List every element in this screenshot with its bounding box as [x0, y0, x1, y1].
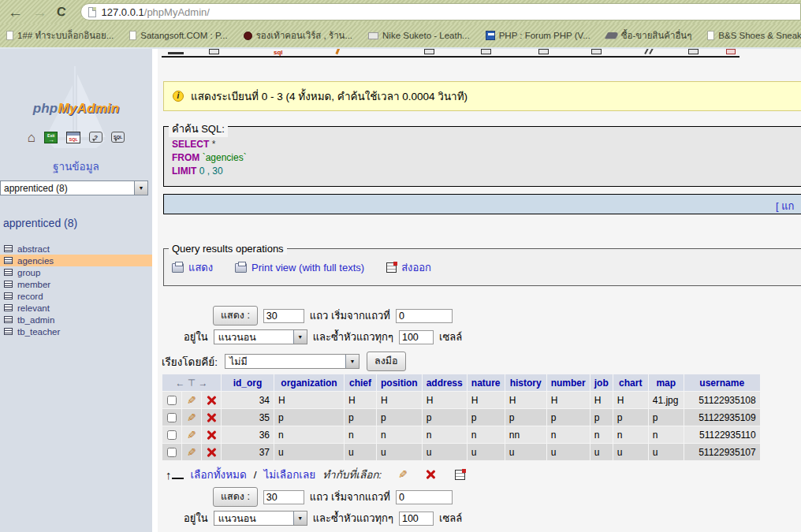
column-header-nature[interactable]: nature [468, 374, 505, 391]
cell-username: 51122935109 [684, 409, 760, 426]
uncheck-all-link[interactable]: ไม่เลือกเลย [264, 466, 316, 483]
bookmark-label: Satangsoft.COM : P... [140, 31, 227, 40]
sidebar-item-relevant[interactable]: relevant [0, 302, 152, 314]
bookmark-item[interactable]: B&S Shoes & Sneaker [707, 31, 801, 40]
cell-chief: u [345, 444, 376, 460]
repeat-headers-input[interactable] [399, 330, 434, 344]
back-button[interactable]: ← [8, 5, 23, 20]
cell-map: n [649, 426, 684, 443]
sql-window-icon[interactable]: SQL [66, 132, 80, 143]
edit-sql-link[interactable]: [ แก [776, 198, 794, 214]
table-icon [4, 269, 13, 276]
delete-selected-icon[interactable] [426, 470, 435, 479]
show-button[interactable]: แสดง : [213, 487, 258, 507]
cell-address: u [423, 444, 467, 460]
cell-address: H [423, 392, 467, 408]
row-count-input[interactable] [263, 490, 304, 504]
bookmark-item[interactable]: 1## ทำระบบล็อกอินอย... [6, 28, 114, 43]
edit-selected-icon[interactable]: ✎ [398, 468, 408, 481]
check-all-link[interactable]: เลือกทั้งหมด [191, 466, 247, 483]
edit-row-icon[interactable]: ✎ [187, 429, 196, 441]
table-name: member [17, 280, 50, 289]
delete-row-icon[interactable] [207, 448, 216, 457]
column-header-map[interactable]: map [649, 374, 684, 391]
url-bar[interactable]: 127.0.0.1 /phpMyAdmin/ [80, 3, 801, 20]
delete-row-icon[interactable] [207, 430, 216, 440]
bookmark-item[interactable]: รองเท้าคอนเวิร์ส , ร้าน... [244, 28, 352, 43]
bookmark-item[interactable]: Satangsoft.COM : P... [129, 31, 227, 40]
column-header-chart[interactable]: chart [613, 374, 648, 391]
site-favicon [244, 32, 252, 40]
column-header-history[interactable]: history [505, 374, 546, 391]
bookmark-item[interactable]: ซื้อ-ขายสินค้าอื่นๆ [606, 28, 692, 43]
row-actions-header[interactable]: ← ⊤ → [162, 374, 221, 391]
column-header-job[interactable]: job [591, 374, 613, 391]
row-checkbox[interactable] [167, 396, 177, 405]
database-select-value: apprenticed (8) [1, 183, 134, 194]
chevron-down-icon[interactable]: ▼ [293, 512, 307, 525]
sidebar-item-tb_teacher[interactable]: tb_teacher [0, 326, 152, 337]
database-select[interactable]: apprenticed (8) ▼ [0, 180, 148, 195]
cell-id_org: 34 [222, 392, 274, 408]
start-row-input[interactable] [396, 490, 453, 504]
chevron-down-icon[interactable]: ▼ [134, 181, 147, 195]
operations-legend: Query results operations [169, 243, 287, 255]
edit-row-icon[interactable]: ✎ [187, 446, 196, 459]
sidebar-item-group[interactable]: group [0, 266, 152, 278]
cell-username: 51122935107 [684, 444, 760, 460]
sql-history-icon[interactable]: SQL [111, 132, 125, 143]
logo-myadmin-text: MyAdmin [58, 101, 119, 116]
cell-chief: p [345, 409, 376, 426]
row-checkbox[interactable] [167, 448, 177, 457]
reload-button[interactable]: C [56, 5, 67, 18]
cell-number: u [547, 444, 590, 460]
forward-button[interactable]: → [32, 5, 47, 20]
row-checkbox[interactable] [167, 413, 177, 422]
home-icon[interactable]: ⌂ [28, 131, 35, 144]
go-button[interactable]: ลงมือ [367, 352, 406, 371]
page-icon [129, 31, 136, 40]
column-header-position[interactable]: position [377, 374, 422, 391]
sidebar-item-record[interactable]: record [0, 290, 152, 302]
delete-row-icon[interactable] [207, 396, 216, 405]
bookmark-item[interactable]: Nike Suketo - Leath... [368, 31, 470, 40]
database-heading[interactable]: apprenticed (8) [3, 217, 152, 229]
repeat-headers-input[interactable] [399, 512, 434, 526]
sidebar-item-abstract[interactable]: abstract [0, 243, 152, 255]
orientation-select[interactable]: แนวนอน ▼ [214, 329, 307, 344]
start-row-input[interactable] [396, 309, 453, 323]
sidebar-item-tb_admin[interactable]: tb_admin [0, 314, 152, 326]
row-checkbox[interactable] [167, 430, 177, 440]
column-header-id_org[interactable]: id_org [222, 374, 274, 391]
export-selected-icon[interactable] [455, 470, 465, 480]
query-results-operations: Query results operations แสดง Print view… [163, 248, 801, 286]
printer-icon [235, 263, 247, 273]
export-link[interactable]: ส่งออก [386, 259, 431, 276]
chevron-down-icon[interactable]: ▼ [345, 355, 359, 368]
sidebar-item-agencies[interactable]: agencies [0, 255, 152, 266]
rows-start-label: แถว เริ่มจากแถวที่ [310, 307, 390, 324]
column-header-chief[interactable]: chief [345, 374, 376, 391]
edit-row-icon[interactable]: ✎ [187, 394, 196, 407]
show-button[interactable]: แสดง : [213, 306, 258, 326]
column-header-username[interactable]: username [684, 374, 760, 391]
edit-row-icon[interactable]: ✎ [187, 411, 196, 424]
selection-actions: ↑ เลือกทั้งหมด / ไม่เลือกเลย ทำกับที่เลื… [166, 466, 801, 483]
column-header-organization[interactable]: organization [274, 374, 344, 391]
delete-row-icon[interactable] [207, 413, 216, 422]
cell-number: n [547, 426, 590, 443]
sort-key-select[interactable]: ไม่มี ▼ [225, 354, 360, 369]
sidebar-item-member[interactable]: member [0, 278, 152, 290]
column-header-number[interactable]: number [547, 374, 590, 391]
orientation-select[interactable]: แนวนอน ▼ [214, 511, 307, 526]
column-header-address[interactable]: address [423, 374, 467, 391]
chevron-down-icon[interactable]: ▼ [293, 330, 307, 344]
cell-username: 51122935108 [684, 392, 760, 408]
table-list: abstract agencies group member record [0, 243, 152, 337]
help-icon[interactable]: ? [89, 132, 102, 143]
bookmark-item[interactable]: PHP : Forum PHP (V... [486, 31, 591, 40]
print-view-full-texts-link[interactable]: Print view (with full texts) [235, 262, 364, 273]
print-view-link[interactable]: แสดง [172, 259, 213, 276]
row-count-input[interactable] [263, 309, 304, 323]
logout-icon[interactable]: Exit→ [44, 132, 58, 143]
